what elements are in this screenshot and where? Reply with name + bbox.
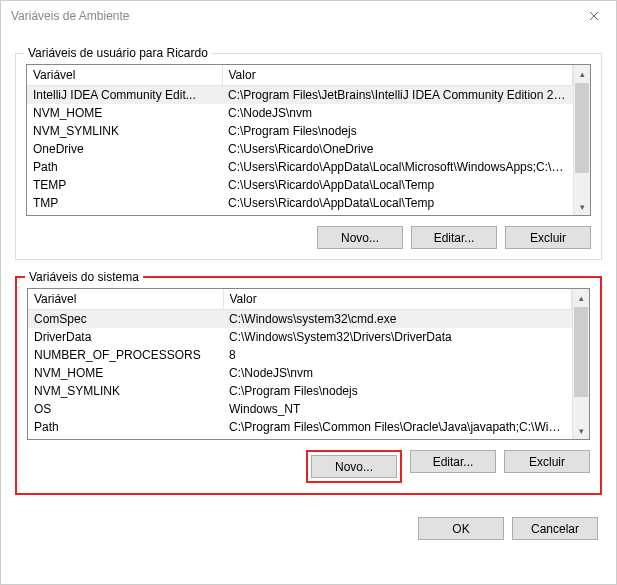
user-vars-table[interactable]: Variável Valor IntelliJ IDEA Community E… <box>27 65 573 212</box>
cell-var: NVM_SYMLINK <box>27 122 222 140</box>
system-vars-legend: Variáveis do sistema <box>25 270 143 284</box>
system-vars-buttons: Novo... Editar... Excluir <box>27 450 590 483</box>
system-vars-table-shell: Variável Valor ComSpec C:\Windows\system… <box>27 288 590 440</box>
cell-var: NUMBER_OF_PROCESSORS <box>28 346 223 364</box>
system-vars-group: Variáveis do sistema Variável Valor <box>15 276 602 495</box>
cell-val: C:\Program Files\JetBrains\IntelliJ IDEA… <box>222 86 573 105</box>
cell-var: Path <box>27 158 222 176</box>
table-row[interactable]: NVM_HOME C:\NodeJS\nvm <box>28 364 572 382</box>
scroll-thumb[interactable] <box>574 307 588 397</box>
table-row[interactable]: NUMBER_OF_PROCESSORS 8 <box>28 346 572 364</box>
cell-var: OS <box>28 400 223 418</box>
cancel-button[interactable]: Cancelar <box>512 517 598 540</box>
cell-var: NVM_HOME <box>27 104 222 122</box>
edit-user-var-button[interactable]: Editar... <box>411 226 497 249</box>
table-row[interactable]: OneDrive C:\Users\Ricardo\OneDrive <box>27 140 573 158</box>
cell-val: C:\Program Files\nodejs <box>223 382 572 400</box>
col-header-variable[interactable]: Variável <box>27 65 222 86</box>
system-vars-table[interactable]: Variável Valor ComSpec C:\Windows\system… <box>28 289 572 436</box>
user-vars-table-body: Variável Valor IntelliJ IDEA Community E… <box>27 65 573 215</box>
table-row[interactable]: NVM_SYMLINK C:\Program Files\nodejs <box>27 122 573 140</box>
user-vars-table-shell: Variável Valor IntelliJ IDEA Community E… <box>26 64 591 216</box>
cell-val: C:\Users\Ricardo\AppData\Local\Temp <box>222 176 573 194</box>
new-system-var-button[interactable]: Novo... <box>311 455 397 478</box>
table-row[interactable]: DriverData C:\Windows\System32\Drivers\D… <box>28 328 572 346</box>
window-title: Variáveis de Ambiente <box>11 9 130 23</box>
col-header-variable[interactable]: Variável <box>28 289 223 310</box>
table-row[interactable]: NVM_SYMLINK C:\Program Files\nodejs <box>28 382 572 400</box>
table-row[interactable]: TMP C:\Users\Ricardo\AppData\Local\Temp <box>27 194 573 212</box>
scroll-down-icon[interactable]: ▾ <box>573 422 589 439</box>
cell-val: C:\Users\Ricardo\AppData\Local\Temp <box>222 194 573 212</box>
cell-var: TMP <box>27 194 222 212</box>
scroll-up-icon[interactable]: ▴ <box>573 289 589 306</box>
table-row[interactable]: Path C:\Program Files\Common Files\Oracl… <box>28 418 572 436</box>
dialog-footer: OK Cancelar <box>15 517 602 540</box>
cell-val: C:\Program Files\nodejs <box>222 122 573 140</box>
scrollbar[interactable]: ▴ ▾ <box>572 289 589 439</box>
table-row[interactable]: ComSpec C:\Windows\system32\cmd.exe <box>28 310 572 329</box>
cell-val: C:\Program Files\Common Files\Oracle\Jav… <box>223 418 572 436</box>
table-row[interactable]: NVM_HOME C:\NodeJS\nvm <box>27 104 573 122</box>
user-vars-buttons: Novo... Editar... Excluir <box>26 226 591 249</box>
col-header-value[interactable]: Valor <box>223 289 572 310</box>
table-row[interactable]: OS Windows_NT <box>28 400 572 418</box>
ok-button[interactable]: OK <box>418 517 504 540</box>
edit-system-var-button[interactable]: Editar... <box>410 450 496 473</box>
cell-var: TEMP <box>27 176 222 194</box>
cell-val: C:\NodeJS\nvm <box>223 364 572 382</box>
new-user-var-button[interactable]: Novo... <box>317 226 403 249</box>
dialog-content: Variáveis de usuário para Ricardo Variáv… <box>1 31 616 584</box>
delete-user-var-button[interactable]: Excluir <box>505 226 591 249</box>
user-vars-legend: Variáveis de usuário para Ricardo <box>24 46 212 60</box>
table-row[interactable]: IntelliJ IDEA Community Edit... C:\Progr… <box>27 86 573 105</box>
cell-val: C:\Windows\system32\cmd.exe <box>223 310 572 329</box>
table-row[interactable]: TEMP C:\Users\Ricardo\AppData\Local\Temp <box>27 176 573 194</box>
cell-var: OneDrive <box>27 140 222 158</box>
titlebar: Variáveis de Ambiente <box>1 1 616 31</box>
close-icon <box>589 11 599 21</box>
system-vars-table-body: Variável Valor ComSpec C:\Windows\system… <box>28 289 572 439</box>
cell-var: DriverData <box>28 328 223 346</box>
new-button-highlight: Novo... <box>306 450 402 483</box>
cell-val: C:\Users\Ricardo\AppData\Local\Microsoft… <box>222 158 573 176</box>
delete-system-var-button[interactable]: Excluir <box>504 450 590 473</box>
scroll-thumb[interactable] <box>575 83 589 173</box>
table-row[interactable]: Path C:\Users\Ricardo\AppData\Local\Micr… <box>27 158 573 176</box>
scroll-down-icon[interactable]: ▾ <box>574 198 590 215</box>
cell-val: C:\Users\Ricardo\OneDrive <box>222 140 573 158</box>
cell-val: C:\NodeJS\nvm <box>222 104 573 122</box>
scrollbar[interactable]: ▴ ▾ <box>573 65 590 215</box>
cell-var: Path <box>28 418 223 436</box>
cell-var: NVM_HOME <box>28 364 223 382</box>
cell-val: 8 <box>223 346 572 364</box>
cell-var: ComSpec <box>28 310 223 329</box>
col-header-value[interactable]: Valor <box>222 65 573 86</box>
cell-var: NVM_SYMLINK <box>28 382 223 400</box>
close-button[interactable] <box>571 1 616 31</box>
cell-val: Windows_NT <box>223 400 572 418</box>
cell-val: C:\Windows\System32\Drivers\DriverData <box>223 328 572 346</box>
scroll-up-icon[interactable]: ▴ <box>574 65 590 82</box>
user-vars-group: Variáveis de usuário para Ricardo Variáv… <box>15 53 602 260</box>
cell-var: IntelliJ IDEA Community Edit... <box>27 86 222 105</box>
env-vars-dialog: Variáveis de Ambiente Variáveis de usuár… <box>0 0 617 585</box>
